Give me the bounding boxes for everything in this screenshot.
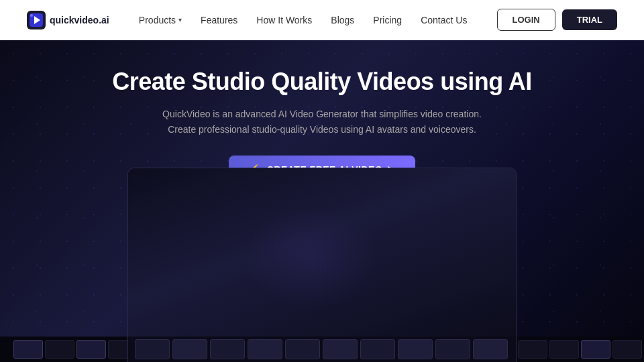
film-cell (360, 339, 395, 359)
video-preview[interactable] (127, 168, 517, 362)
film-cell (172, 339, 207, 359)
svg-point-3 (30, 14, 33, 17)
film-cell (435, 339, 470, 359)
film-cell (135, 339, 170, 359)
film-cell (473, 339, 508, 359)
nav-links: Products ▾ Features How It Works Blogs P… (139, 15, 468, 25)
filmstrip (128, 337, 516, 362)
nav-how-it-works[interactable]: How It Works (256, 15, 312, 25)
strip-cell (581, 340, 610, 359)
film-cell (210, 339, 245, 359)
hero-section: Create Studio Quality Videos using AI Qu… (0, 40, 644, 362)
video-inner (128, 168, 516, 362)
film-cell (398, 339, 433, 359)
nav-features[interactable]: Features (201, 15, 237, 25)
strip-cell (45, 340, 74, 359)
nav-products[interactable]: Products ▾ (139, 15, 182, 25)
hero-title: Create Studio Quality Videos using AI (112, 67, 532, 96)
nav-buttons: LOGIN TRIAL (497, 9, 617, 31)
logo-text: quickvideo.ai (50, 15, 109, 25)
strip-cell (76, 340, 106, 359)
products-chevron-icon: ▾ (178, 16, 182, 23)
strip-cell (612, 340, 642, 359)
trial-button[interactable]: TRIAL (562, 9, 617, 30)
nav-pricing[interactable]: Pricing (373, 15, 402, 25)
logo[interactable]: quickvideo.ai (27, 11, 109, 29)
quickvideo-logo-icon (27, 11, 46, 29)
strip-cell (13, 340, 43, 359)
film-cell (323, 339, 358, 359)
navbar: quickvideo.ai Products ▾ Features How It… (0, 0, 644, 40)
strip-cell (518, 340, 547, 359)
hero-subtitle: QuickVideo is an advanced AI Video Gener… (161, 107, 483, 137)
login-button[interactable]: LOGIN (497, 9, 555, 31)
strip-cell (549, 340, 579, 359)
nav-blogs[interactable]: Blogs (331, 15, 354, 25)
film-cell (248, 339, 282, 359)
nav-contact-us[interactable]: Contact Us (421, 15, 467, 25)
film-cell (285, 339, 320, 359)
